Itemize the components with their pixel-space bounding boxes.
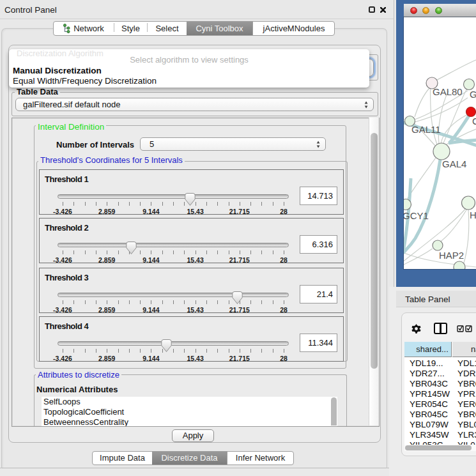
svg-text:GAL11: GAL11: [411, 124, 441, 135]
svg-text:GAL80: GAL80: [433, 86, 463, 97]
svg-text:H: H: [470, 210, 476, 220]
svg-text:GAL4: GAL4: [442, 158, 466, 169]
svg-text:HAP2: HAP2: [439, 250, 464, 261]
svg-text:GCY1: GCY1: [404, 210, 429, 221]
svg-text:GA: GA: [470, 89, 476, 100]
svg-text:C: C: [472, 116, 476, 127]
